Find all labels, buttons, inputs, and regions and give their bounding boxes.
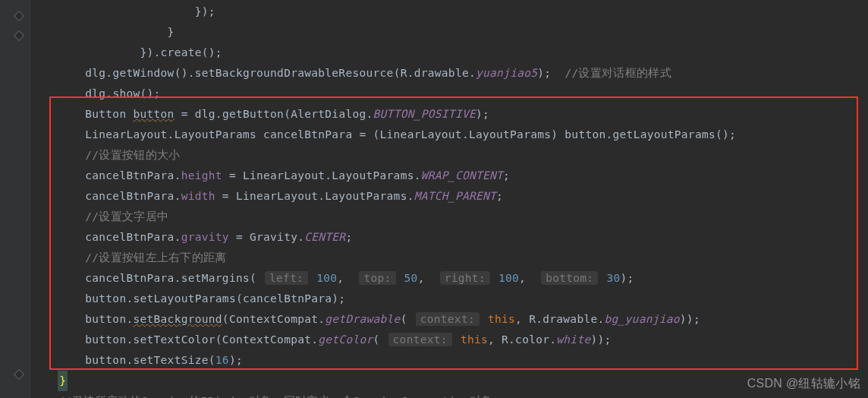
parameter-hint: right:: [440, 271, 490, 285]
code-line: //设置文字居中: [30, 207, 868, 227]
code-line: //设置按钮左上右下的距离: [30, 248, 868, 268]
code-line: }).create();: [30, 43, 868, 63]
parameter-hint: left:: [265, 271, 308, 285]
fold-marker-icon[interactable]: [14, 369, 24, 380]
code-line: cancelBtnPara.height = LinearLayout.Layo…: [30, 166, 868, 186]
parameter-hint: bottom:: [541, 271, 598, 285]
code-line: LinearLayout.LayoutParams cancelBtnPara …: [30, 125, 868, 145]
parameter-hint: top:: [359, 271, 395, 285]
watermark-text: CSDN @纽轱辘小铭: [747, 376, 860, 392]
code-line: }: [30, 22, 868, 43]
code-editor[interactable]: }); } }).create(); dlg.getWindow().setBa…: [30, 0, 868, 398]
matched-brace: }: [58, 371, 68, 391]
code-line: //保持所启动的Service的IBinder对象，同时定义一个ServiceC…: [30, 391, 868, 398]
code-line: }: [30, 371, 868, 391]
code-line: cancelBtnPara.width = LinearLayout.Layou…: [30, 186, 868, 207]
fold-marker-icon[interactable]: [14, 30, 24, 41]
code-line: cancelBtnPara.setMargins( left: 100, top…: [30, 268, 868, 289]
code-line: button.setTextColor(ContextCompat.getCol…: [30, 330, 868, 350]
code-line: button.setBackground(ContextCompat.getDr…: [30, 309, 868, 330]
code-line: button.setTextSize(16);: [30, 350, 868, 371]
code-line: dlg.getWindow().setBackgroundDrawableRes…: [30, 63, 868, 84]
code-line: });: [30, 2, 868, 22]
code-line: //设置按钮的大小: [30, 145, 868, 166]
code-line: button.setLayoutParams(cancelBtnPara);: [30, 289, 868, 309]
code-line: Button button = dlg.getButton(AlertDialo…: [30, 104, 868, 125]
code-line: dlg.show();: [30, 84, 868, 104]
parameter-hint: context:: [416, 312, 480, 326]
code-line: cancelBtnPara.gravity = Gravity.CENTER;: [30, 227, 868, 248]
gutter: [0, 0, 30, 398]
fold-marker-icon[interactable]: [14, 11, 24, 21]
parameter-hint: context:: [388, 333, 452, 346]
